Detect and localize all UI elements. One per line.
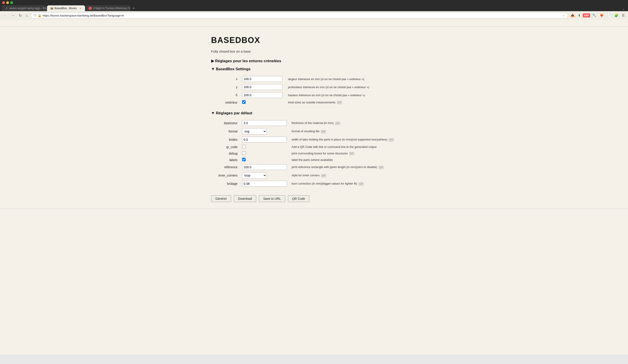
table-row: extérieur treat sizes as outside measure… [211,99,417,106]
gif-badge-format[interactable]: GIF [321,130,326,133]
lock-icon: 🔒 [38,14,41,17]
gif-badge-exterieur[interactable]: GIF [337,101,342,104]
field-input-format[interactable]: svg pdf dxf ps [242,128,267,135]
field-input-debug[interactable] [242,151,246,155]
field-desc-brides: width of tabs holding the parts in place… [289,136,417,144]
browser-chrome: 🦟 aedes aegypti laying eggs - Re... ✕ 📦 … [0,0,628,20]
profile-button[interactable]: 🦊 [598,13,605,18]
gif-badge-brides[interactable]: GIF [389,139,394,142]
notches-section-header[interactable]: ▶ Réglages pour les entures crénelées [211,59,417,63]
defaults-settings-table: épaisseur thickness of the material (in … [211,119,417,188]
title-bar [0,0,628,5]
app-title: BASEDBOX [211,36,417,45]
adblock-button[interactable]: ABP [583,13,590,17]
gif-badge-reference[interactable]: GIF [379,166,384,169]
defaults-section-header[interactable]: ▼ Réglages par défaut [211,111,417,115]
field-input-reference[interactable] [242,164,287,170]
tabs-bar: 🦟 aedes aegypti laying eggs - Re... ✕ 📦 … [0,5,628,11]
gif-badge-inner-corners[interactable]: GIF [321,174,326,177]
new-tab-button[interactable]: + [131,5,137,11]
gif-badge-debug[interactable]: GIF [349,152,354,155]
menu-button[interactable]: ☰ [621,13,626,18]
field-label-x: x [211,75,240,83]
field-input-h[interactable] [242,92,282,98]
field-desc-y: profondeur interieure en mm (si on ne ch… [285,83,417,91]
nav-icons-right: 📥 ⬇ ABP 🔧 🦊 📄 🧩 ☰ [569,13,626,18]
basedbox-section-header[interactable]: ▼ BasedBox Settings [211,67,417,71]
field-input-x-cell [240,75,285,83]
table-row: format svg pdf dxf ps format of resultin… [211,127,417,136]
nav-bar: ← → ↻ ⌂ 🛡 🔒 ☆ 📥 ⬇ ABP 🔧 🦊 📄 🧩 ☰ [0,11,628,20]
field-desc-inner-corners: style for inner corners GIF [289,171,417,180]
field-input-epaisseur[interactable] [242,120,287,126]
address-bar[interactable] [43,14,561,17]
download-button[interactable]: ⬇ [577,13,582,18]
field-label-reference: référence [211,163,240,171]
bottom-divider [0,209,628,209]
field-input-brides[interactable] [242,137,287,143]
address-bar-container: 🛡 🔒 ☆ [31,12,568,18]
field-input-brulage[interactable] [242,181,287,187]
pocket-button[interactable]: 📥 [569,13,576,18]
field-label-debug: debug [211,150,240,157]
field-input-h-cell [240,91,285,99]
field-input-qr-code-cell [240,144,289,150]
tab-list-button[interactable]: ⌄ [621,6,626,11]
field-label-brides: brides [211,136,240,144]
bookmark-button[interactable]: ☆ [562,14,565,17]
field-label-epaisseur: épaisseur [211,119,240,127]
qr-code-button[interactable]: QR Code [288,195,310,202]
field-input-exterieur-cell [240,99,285,106]
field-desc-reference: print reference rectangle with given len… [289,163,417,171]
field-desc-exterieur: treat sizes as outside measurements GIF [285,99,417,106]
field-desc-qr-code: Add a QR Code with link or command line … [289,144,417,150]
extensions-button[interactable]: 🔧 [591,13,598,18]
table-row: h hauteur interieure en mm (si on ne cho… [211,91,417,99]
tab-2[interactable]: 📦 BasedBox - Boxes ✕ [47,5,85,11]
tab-3[interactable]: A Night In Tunisia (Afternoon Ta... ♪ ✕ [85,5,130,11]
table-row: brûlage burn correction (in mm)(bigger v… [211,180,417,188]
window-maximize-button[interactable] [10,1,13,4]
field-input-qr-code[interactable] [242,145,246,148]
home-button[interactable]: ⌂ [24,13,29,18]
field-input-inner-corners-cell: loop corner flush [240,171,289,180]
reading-list-button[interactable]: 📄 [606,13,612,18]
back-button[interactable]: ← [2,13,8,18]
table-row: épaisseur thickness of the material (in … [211,119,417,127]
field-input-y-cell [240,83,285,91]
field-desc-h: hauteur interieure en mm (si on ne chois… [285,91,417,99]
field-label-h: h [211,91,240,99]
tab-1[interactable]: 🦟 aedes aegypti laying eggs - Re... ✕ [2,5,47,11]
field-label-labels: labels [211,157,240,163]
table-row: brides width of tabs holding the parts i… [211,136,417,144]
field-input-x[interactable] [242,76,282,82]
tab-1-label: aedes aegypti laying eggs - Re... [9,7,47,10]
tab-2-close[interactable]: ✕ [79,7,82,10]
field-input-exterieur[interactable] [242,100,246,104]
reload-button[interactable]: ↻ [17,13,23,18]
field-label-qr-code: qr_code [211,144,240,150]
field-input-labels[interactable] [242,158,246,161]
shield-icon: 🛡 [34,14,36,17]
window-controls [2,1,13,4]
window-close-button[interactable] [2,1,5,4]
gif-badge-brulage[interactable]: GIF [359,183,364,185]
window-minimize-button[interactable] [6,1,9,4]
gif-badge-epaisseur[interactable]: GIF [335,122,340,125]
defaults-section-label: ▼ Réglages par défaut [211,111,252,115]
field-desc-x: largeur interieure en mm (si on ne chois… [285,75,417,83]
generer-button[interactable]: Générer [211,195,231,202]
field-input-brulage-cell [240,180,289,188]
subtitle: Fully closed box on a base [211,49,417,53]
extensions-list-button[interactable]: 🧩 [613,13,620,18]
download-button[interactable]: Download [234,195,256,202]
field-input-y[interactable] [242,84,282,90]
table-row: labels label the parts (where available) [211,157,417,163]
forward-button[interactable]: → [10,13,16,18]
field-input-reference-cell [240,163,289,171]
field-desc-debug: print surrounding boxes for some structu… [289,150,417,157]
save-to-url-button[interactable]: Save to URL [259,195,285,202]
tab-3-label: A Night In Tunisia (Afternoon Ta... [93,7,130,10]
basedbox-section-label: ▼ BasedBox Settings [211,67,250,71]
field-input-inner-corners[interactable]: loop corner flush [242,172,267,179]
